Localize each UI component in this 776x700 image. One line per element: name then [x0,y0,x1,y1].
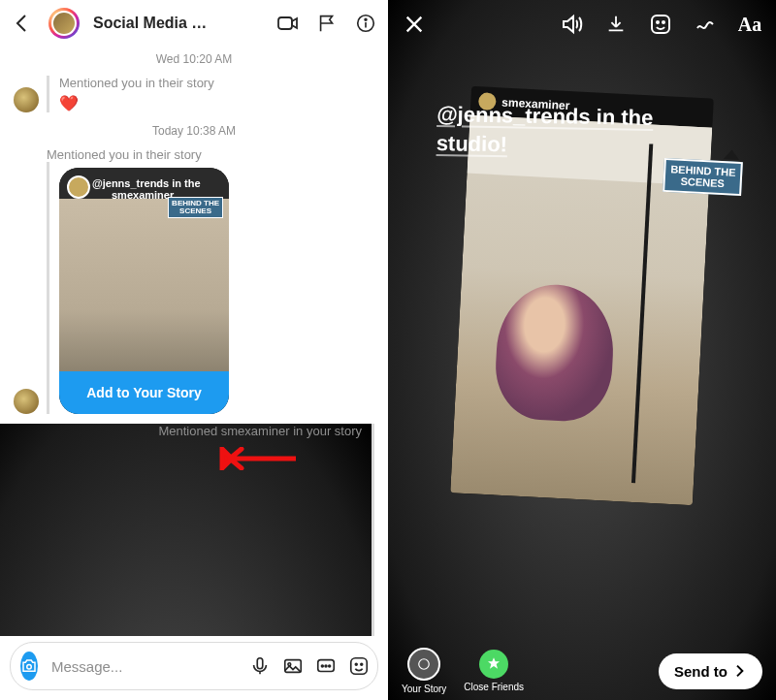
chevron-right-icon [731,663,747,679]
mention-text: Mentioned smexaminer in your story [0,424,374,636]
svg-point-12 [355,663,357,665]
send-to-button[interactable]: Send to [659,653,762,689]
chat-avatar[interactable] [48,8,80,39]
sticker-tool-icon[interactable] [648,12,673,37]
svg-point-13 [361,663,363,665]
send-to-label: Send to [674,663,728,680]
add-to-story-button[interactable]: Add to Your Story [59,371,229,414]
svg-point-8 [321,665,323,667]
mic-icon[interactable] [249,655,271,677]
svg-rect-11 [351,658,368,675]
story-card-handle: @jenns_trends in the [92,177,201,189]
annotation-arrow [218,447,296,470]
mention-text: Mentioned you in their story [59,76,214,90]
svg-point-3 [27,665,32,670]
svg-rect-4 [257,658,263,669]
sent-message: Mentioned smexaminer in your story [0,424,374,636]
svg-point-2 [365,18,367,20]
story-editor-toolbar: Aa [388,0,776,48]
camera-button[interactable] [20,652,38,681]
back-icon[interactable] [10,11,35,36]
story-editor-panel: Aa smexaminer @jenns_trends in the studi… [388,0,776,700]
story-preview-image: @jenns_trends in the smexaminer BEHIND T… [59,168,229,371]
story-share-bar: Your Story Close Friends Send to [388,642,776,700]
story-canvas[interactable]: smexaminer @jenns_trends in the studio! … [388,48,776,642]
dm-body: Wed 10:20 AM Mentioned you in their stor… [0,47,388,636]
svg-point-10 [329,665,331,667]
dm-panel: Social Media … Wed 10:20 AM Mentioned yo… [0,0,388,700]
close-friends-button[interactable]: Close Friends [464,650,524,692]
your-story-label: Your Story [402,684,446,694]
gallery-icon[interactable] [282,655,304,677]
dm-header: Social Media … [0,0,388,47]
sender-avatar[interactable] [14,87,39,112]
video-call-icon[interactable] [275,11,301,36]
save-icon[interactable] [603,12,629,37]
svg-rect-0 [278,17,292,29]
close-friends-label: Close Friends [464,682,524,692]
story-card-user: smexaminer [112,189,174,201]
message-input-bar [10,642,378,690]
quick-reply-icon[interactable] [315,655,337,677]
mention-notice[interactable]: Mentioned you in their story ❤️ [47,76,214,112]
timestamp: Today 10:38 AM [14,124,374,138]
close-friends-star-icon [479,650,508,679]
message-row: @jenns_trends in the smexaminer BEHIND T… [14,162,374,414]
sticker-icon[interactable] [348,655,370,677]
message-row: Mentioned you in their story ❤️ [14,76,374,112]
message-input[interactable] [49,657,238,676]
timestamp: Wed 10:20 AM [14,52,374,66]
your-story-button[interactable]: Your Story [402,648,446,694]
story-text-overlay[interactable]: @jenns_trends in the studio! [436,100,653,161]
sender-avatar[interactable] [14,389,39,414]
svg-point-15 [657,21,659,23]
your-story-avatar-icon [407,648,440,681]
behind-scenes-sticker: BEHIND THESCENES [168,197,223,218]
sound-icon[interactable] [559,12,584,37]
svg-point-17 [419,659,430,670]
draw-tool-icon[interactable] [693,12,718,37]
mention-text: Mentioned you in their story [47,147,374,162]
svg-point-9 [325,665,327,667]
close-icon[interactable] [402,12,427,37]
chat-title[interactable]: Social Media … [93,15,207,32]
flag-icon[interactable] [314,11,340,36]
behind-scenes-sticker[interactable]: BEHIND THESCENES [663,158,743,196]
svg-point-16 [663,21,664,23]
text-tool-icon[interactable]: Aa [737,12,762,37]
story-preview-card[interactable]: @jenns_trends in the smexaminer BEHIND T… [59,168,229,414]
info-icon[interactable] [353,11,378,36]
svg-rect-14 [652,16,669,33]
heart-reaction[interactable]: ❤️ [59,94,214,112]
